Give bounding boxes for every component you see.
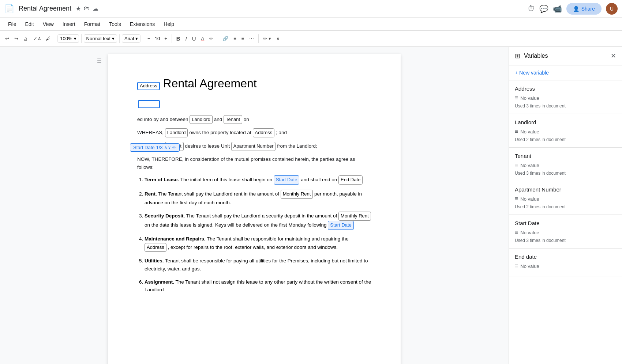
style-select[interactable]: Normal text ▾ xyxy=(84,34,117,43)
variable-landlord: Landlord ≡ No value Used 2 times in docu… xyxy=(509,114,622,148)
separator-6 xyxy=(218,34,218,43)
item4-text: The Tenant shall be responsible for main… xyxy=(207,236,349,242)
comment-icon[interactable]: 💬 xyxy=(539,4,548,13)
cloud-icon[interactable]: ☁ xyxy=(93,5,98,12)
font-size-value[interactable]: 10 xyxy=(153,36,161,41)
close-panel-button[interactable]: ✕ xyxy=(611,52,616,60)
panel-header: ⊞ Variables ✕ xyxy=(509,47,622,65)
history-icon[interactable]: ⏱ xyxy=(528,4,535,13)
new-variable-button[interactable]: + New variable xyxy=(509,65,622,80)
apt-chip[interactable]: Apartment Number xyxy=(231,142,276,151)
increase-font-button[interactable]: + xyxy=(162,34,169,43)
font-value: Arial xyxy=(124,36,134,41)
monthly-rent-chip-2[interactable]: Monthly Rent xyxy=(338,212,371,221)
address-chip-3[interactable]: Address xyxy=(145,243,166,252)
menu-extensions[interactable]: Extensions xyxy=(126,20,158,29)
more-button[interactable]: ⋯ xyxy=(247,34,256,43)
separator-3 xyxy=(119,34,120,43)
monthly-rent-chip-1[interactable]: Monthly Rent xyxy=(281,190,313,199)
underline-button[interactable]: U xyxy=(190,34,198,43)
landlord-chip-1[interactable]: Landlord xyxy=(190,115,213,124)
highlight-button[interactable]: ✏ xyxy=(207,34,216,43)
item5-text: Tenant shall be responsible for paying a… xyxy=(145,258,368,272)
var-landlord-name[interactable]: Landlord xyxy=(515,119,616,125)
whereas1-mid: owns the property located at xyxy=(189,130,252,135)
var-landlord-icon: ≡ xyxy=(515,128,518,135)
link-button[interactable]: 🔗 xyxy=(220,34,231,43)
item6-title: Assignment. xyxy=(145,279,174,285)
bold-button[interactable]: B xyxy=(174,34,183,43)
folder-icon[interactable]: 🗁 xyxy=(84,5,90,12)
decrease-font-button[interactable]: − xyxy=(145,34,153,43)
item5-title: Utilities. xyxy=(145,258,164,263)
text-color-button[interactable]: A xyxy=(199,34,207,43)
menu-format[interactable]: Format xyxy=(80,20,104,29)
redo-button[interactable]: ↪ xyxy=(12,34,20,43)
tenant-chip-1[interactable]: Tenant xyxy=(224,115,242,124)
var-address-value-row: ≡ No value xyxy=(515,95,616,101)
print-button[interactable]: 🖨 xyxy=(21,34,30,43)
var-address-name[interactable]: Address xyxy=(515,86,616,92)
landlord-chip-2[interactable]: Landlord xyxy=(165,128,188,137)
end-date-chip[interactable]: End Date xyxy=(338,175,363,185)
meet-icon[interactable]: 📹 xyxy=(553,4,562,13)
zoom-select[interactable]: 100% ▾ xyxy=(57,34,79,43)
var-apt-name[interactable]: Apartment Number xyxy=(515,186,616,193)
find-bar-nav: ∧ ∨ xyxy=(164,145,171,150)
bullet-list-button[interactable]: ≡ xyxy=(239,34,247,43)
find-edit-button[interactable]: ✏ xyxy=(172,145,176,150)
list-item-6: Assignment. The Tenant shall not assign … xyxy=(145,278,371,294)
lease-list: Term of Lease. The initial term of this … xyxy=(137,175,371,294)
var-tenant-name[interactable]: Tenant xyxy=(515,153,616,159)
pen-tool-button[interactable]: ✏ ▾ xyxy=(261,34,273,43)
item2-title: Rent. xyxy=(145,191,157,197)
find-up-button[interactable]: ∧ xyxy=(164,145,167,150)
zoom-arrow: ▾ xyxy=(74,36,76,41)
numbered-list-button[interactable]: ≡ xyxy=(231,34,239,43)
menu-file[interactable]: File xyxy=(4,20,20,29)
var-startdate-name[interactable]: Start Date xyxy=(515,220,616,226)
start-date-chip-2[interactable]: Start Date xyxy=(328,221,354,230)
share-person-icon: 👤 xyxy=(573,6,579,12)
collapse-toolbar-button[interactable]: ∧ xyxy=(274,34,282,43)
spellcheck-button[interactable]: ✓A xyxy=(31,34,43,43)
menu-view[interactable]: View xyxy=(39,20,57,29)
star-icon[interactable]: ★ xyxy=(76,5,81,12)
doc-title[interactable]: Rental Agreement xyxy=(19,5,71,12)
find-down-button[interactable]: ∨ xyxy=(168,145,171,150)
toolbar: ↩ ↪ 🖨 ✓A 🖌 100% ▾ Normal text ▾ Arial ▾ … xyxy=(0,31,622,47)
panel-title: Variables xyxy=(524,53,548,59)
font-arrow: ▾ xyxy=(135,36,138,41)
header-right: ⏱ 💬 📹 👤 Share U xyxy=(528,3,618,15)
var-enddate-value: No value xyxy=(520,263,539,269)
start-date-chip-1[interactable]: Start Date xyxy=(274,175,300,185)
item3-title: Security Deposit. xyxy=(145,213,185,219)
var-apt-icon: ≡ xyxy=(515,196,518,202)
item2-text: The Tenant shall pay the Landlord rent i… xyxy=(158,191,280,197)
menu-edit[interactable]: Edit xyxy=(22,20,38,29)
title-icons: ★ 🗁 ☁ xyxy=(76,5,98,12)
undo-button[interactable]: ↩ xyxy=(3,34,11,43)
address-title-chip[interactable]: Address xyxy=(137,82,160,90)
var-enddate-name[interactable]: End date xyxy=(515,254,616,260)
whereas2-mid: desires to lease Unit xyxy=(185,143,231,149)
para1-and: and xyxy=(214,117,224,122)
paint-format-button[interactable]: 🖌 xyxy=(44,34,53,43)
menu-insert[interactable]: Insert xyxy=(59,20,79,29)
start-date-input[interactable] xyxy=(138,100,160,108)
title-bar: 📄 Rental Agreement ★ 🗁 ☁ ⏱ 💬 📹 👤 Share U xyxy=(0,0,622,18)
menu-tools[interactable]: Tools xyxy=(105,20,125,29)
item6-text: The Tenant shall not assign this lease t… xyxy=(145,279,371,293)
address-chip-2[interactable]: Address xyxy=(253,128,275,137)
doc-area: ☰ Address Rental Agreement Start Date 1/… xyxy=(0,47,509,364)
item3-mid: on the date this lease is signed. Keys w… xyxy=(145,222,328,228)
share-button[interactable]: 👤 Share xyxy=(566,3,602,15)
italic-button[interactable]: I xyxy=(183,34,189,43)
new-variable-label: + New variable xyxy=(515,70,549,76)
avatar[interactable]: U xyxy=(606,3,618,15)
menu-help[interactable]: Help xyxy=(160,20,178,29)
var-startdate-value-row: ≡ No value xyxy=(515,229,616,236)
sidebar-toggle-button[interactable]: ☰ xyxy=(97,58,102,64)
font-select[interactable]: Arial ▾ xyxy=(122,34,140,43)
item4-post: , except for repairs to the roof, exteri… xyxy=(168,244,337,250)
